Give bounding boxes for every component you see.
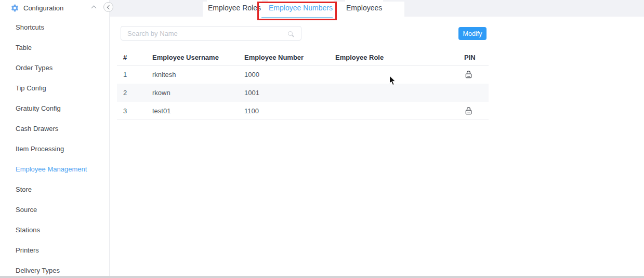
col-header-role: Employee Role (335, 54, 464, 61)
sidebar: Configuration Shortcuts Table Order Type… (0, 0, 110, 278)
row-username: test01 (152, 107, 244, 115)
col-header-number: Employee Number (244, 54, 335, 61)
sidebar-item-employee-management[interactable]: Employee Management (0, 159, 109, 179)
chevron-left-icon (107, 5, 111, 9)
sidebar-item-delivery-types[interactable]: Delivery Types (0, 260, 109, 278)
row-username: rknitesh (152, 71, 244, 78)
sidebar-item-gratuity-config[interactable]: Gratuity Config (0, 98, 109, 118)
tab-employee-roles[interactable]: Employee Roles (207, 0, 262, 15)
col-header-username: Employee Username (152, 54, 244, 61)
app-window: Configuration Shortcuts Table Order Type… (0, 0, 644, 278)
main-content: Employee Roles Employee Numbers Employee… (110, 0, 644, 278)
row-index: 1 (117, 71, 152, 78)
gear-icon (10, 4, 19, 12)
col-header-index: # (117, 54, 152, 61)
tab-label: Employees (346, 4, 382, 12)
row-username: rkown (152, 89, 244, 97)
sidebar-item-order-types[interactable]: Order Types (0, 58, 109, 78)
chevron-up-icon[interactable] (91, 6, 97, 11)
sidebar-item-shortcuts[interactable]: Shortcuts (0, 17, 109, 37)
sidebar-item-tip-config[interactable]: Tip Config (0, 78, 109, 98)
tab-employees[interactable]: Employees (345, 0, 383, 15)
table-header-row: # Employee Username Employee Number Empl… (117, 50, 489, 65)
row-number: 1001 (244, 89, 335, 97)
search-box (121, 26, 301, 41)
lock-icon (464, 70, 473, 79)
row-number: 1000 (244, 71, 335, 78)
sidebar-collapse-button[interactable] (103, 2, 113, 12)
table-row[interactable]: 1 rknitesh 1000 (117, 65, 489, 84)
search-icon (288, 31, 293, 36)
sidebar-item-table[interactable]: Table (0, 37, 109, 58)
row-pin (464, 106, 489, 115)
table-row[interactable]: 3 test01 1100 (117, 102, 489, 120)
row-index: 2 (117, 89, 152, 97)
col-header-pin: PIN (464, 54, 489, 61)
sidebar-header: Configuration (0, 0, 109, 16)
sidebar-item-source[interactable]: Source (0, 200, 109, 220)
sidebar-nav: Shortcuts Table Order Types Tip Config G… (0, 17, 109, 278)
sidebar-item-stations[interactable]: Stations (0, 220, 109, 240)
bottom-scrollbar[interactable] (0, 276, 644, 278)
employee-numbers-table: # Employee Username Employee Number Empl… (117, 50, 489, 120)
sidebar-item-store[interactable]: Store (0, 179, 109, 200)
sidebar-item-printers[interactable]: Printers (0, 240, 109, 260)
table-row[interactable]: 2 rkown 1001 (117, 84, 489, 102)
row-number: 1100 (244, 107, 335, 115)
sidebar-item-cash-drawers[interactable]: Cash Drawers (0, 118, 109, 139)
tab-label: Employee Roles (208, 4, 261, 12)
sidebar-header-label: Configuration (23, 4, 63, 12)
tab-bar: Employee Roles Employee Numbers Employee… (110, 0, 644, 17)
row-index: 3 (117, 107, 152, 115)
sidebar-item-item-processing[interactable]: Item Processing (0, 139, 109, 159)
lock-icon (464, 107, 473, 115)
annotation-highlight-box (257, 2, 337, 20)
row-pin (464, 70, 489, 79)
search-input[interactable] (121, 30, 288, 37)
modify-button[interactable]: Modify (458, 27, 487, 40)
